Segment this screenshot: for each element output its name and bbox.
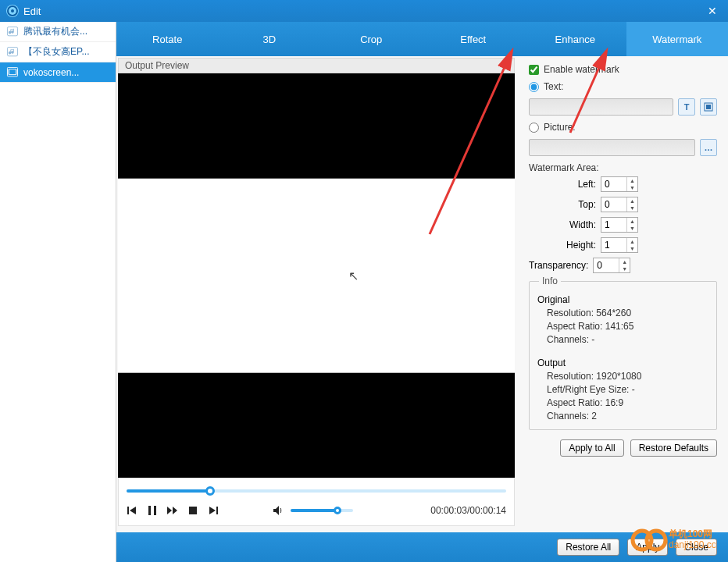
svg-rect-5 [9,69,16,74]
time-display: 00:00:03/00:00:14 [430,505,506,516]
edit-window: Edit ✕ 腾讯最有机会... 【不良女高EP... vokoscreen..… [0,0,728,562]
svg-marker-12 [167,507,172,514]
video-icon [5,66,20,79]
width-spinner[interactable]: 1▲▼ [601,217,638,233]
svg-marker-9 [130,507,136,514]
output-aspect: Aspect Ratio: 16:9 [547,397,708,408]
enable-watermark-checkbox[interactable] [529,65,539,75]
output-resolution: Resolution: 1920*1080 [547,371,708,382]
info-legend: Info [539,276,561,286]
transparency-spinner[interactable]: 0▲▼ [593,258,630,273]
picture-radio[interactable] [529,123,539,133]
info-fieldset: Info Original Resolution: 564*260 Aspect… [529,281,717,430]
video-frame [118,179,515,373]
svg-rect-19 [706,105,711,109]
file-label: vokoscreen... [23,67,79,78]
file-item-1[interactable]: 【不良女高EP... [0,42,116,62]
content: Output Preview ↖ [116,56,728,532]
svg-marker-15 [209,507,216,514]
svg-rect-10 [148,506,151,515]
apply-button[interactable]: Apply [627,539,668,556]
svg-rect-11 [154,506,156,515]
apply-to-all-button[interactable]: Apply to All [560,439,623,457]
down-arrow-icon[interactable]: ▼ [627,245,637,252]
original-channels: Channels: - [547,334,708,345]
volume-handle[interactable] [334,507,341,514]
preview-column: Output Preview ↖ [116,56,516,532]
restore-defaults-button[interactable]: Restore Defaults [630,439,717,457]
left-label: Left: [529,179,596,190]
top-label: Top: [529,199,596,210]
svg-marker-17 [273,506,279,515]
down-arrow-icon[interactable]: ▼ [619,265,630,272]
text-label: Text: [544,81,563,92]
color-button[interactable] [700,98,717,116]
tab-crop[interactable]: Crop [320,22,423,56]
up-arrow-icon[interactable]: ▲ [627,197,637,205]
main: Rotate 3D Crop Effect Enhance Watermark … [116,22,728,562]
next-icon[interactable] [208,505,219,516]
progress-bar[interactable] [127,482,506,500]
footer: Restore All Apply Close [116,532,728,562]
file-item-2[interactable]: vokoscreen... [0,62,116,83]
original-resolution: Resolution: 564*260 [547,308,708,318]
tab-watermark[interactable]: Watermark [626,22,729,56]
tab-3d[interactable]: 3D [219,22,321,56]
preview-header: Output Preview [118,58,515,73]
app-icon [6,5,19,17]
close-button[interactable]: Close [676,539,717,556]
close-icon[interactable]: ✕ [703,2,722,20]
progress-track[interactable] [127,489,506,493]
music-icon [5,26,20,38]
picture-input[interactable] [529,139,695,156]
pause-icon[interactable] [147,505,158,516]
svg-point-1 [11,9,14,12]
text-input[interactable] [529,98,673,116]
tab-effect[interactable]: Effect [423,22,525,56]
progress-handle[interactable] [205,486,215,496]
player-controls: 00:00:03/00:00:14 [127,500,506,521]
browse-button[interactable]: … [700,139,717,156]
top-spinner[interactable]: 0▲▼ [601,197,638,212]
stop-icon[interactable] [187,505,198,516]
file-item-0[interactable]: 腾讯最有机会... [0,22,116,42]
down-arrow-icon[interactable]: ▼ [627,184,637,191]
left-spinner[interactable]: 0▲▼ [601,176,638,192]
tab-rotate[interactable]: Rotate [116,22,219,56]
volume-track[interactable] [291,509,353,512]
up-arrow-icon[interactable]: ▲ [619,258,630,265]
tab-bar: Rotate 3D Crop Effect Enhance Watermark [116,22,728,56]
height-spinner[interactable]: 1▲▼ [601,237,638,253]
svg-marker-13 [173,507,177,514]
width-label: Width: [529,219,596,230]
volume-icon[interactable] [273,505,284,516]
down-arrow-icon[interactable]: ▼ [627,205,637,212]
restore-all-button[interactable]: Restore All [557,539,619,556]
file-list: 腾讯最有机会... 【不良女高EP... vokoscreen... [0,22,116,562]
playbar: 00:00:03/00:00:14 [118,478,515,526]
up-arrow-icon[interactable]: ▲ [627,238,637,245]
up-arrow-icon[interactable]: ▲ [627,218,637,225]
up-arrow-icon[interactable]: ▲ [627,177,637,184]
output-eyesize: Left/Right Eye Size: - [547,384,708,395]
prev-icon[interactable] [127,505,137,516]
file-label: 【不良女高EP... [23,45,89,59]
volume-control [273,505,353,516]
cursor-icon: ↖ [348,269,359,283]
output-title: Output [537,357,708,368]
fastforward-icon[interactable] [167,505,178,516]
svg-rect-8 [127,507,129,514]
tab-enhance[interactable]: Enhance [524,22,626,56]
preview-area[interactable]: ↖ [118,73,515,478]
down-arrow-icon[interactable]: ▼ [627,225,637,232]
transparency-label: Transparency: [529,260,588,271]
font-button[interactable]: T [678,98,695,116]
svg-rect-14 [189,507,197,514]
top-value: 0 [605,199,610,210]
left-value: 0 [605,179,610,190]
enable-watermark-label: Enable watermark [544,64,619,75]
titlebar: Edit ✕ [0,0,728,22]
text-radio[interactable] [529,82,539,92]
window-title: Edit [23,5,703,17]
height-label: Height: [529,240,596,251]
